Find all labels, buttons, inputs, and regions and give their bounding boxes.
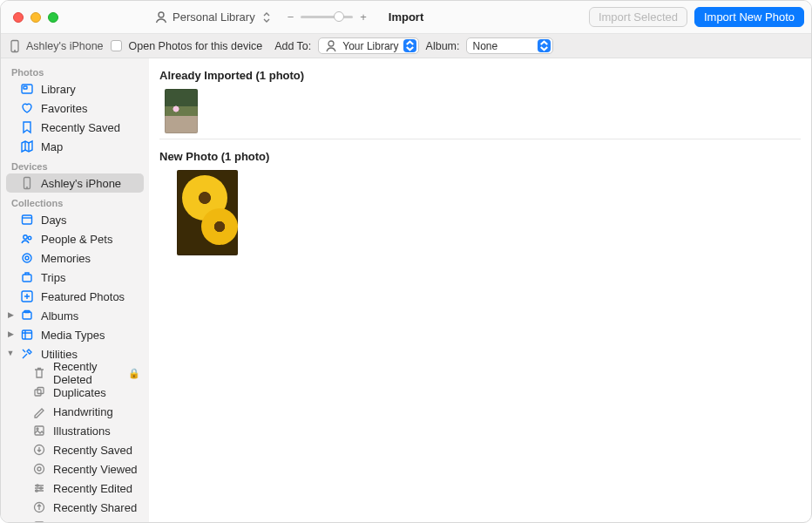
- sidebar-item-albums[interactable]: ▶ Albums: [1, 306, 149, 325]
- svg-point-23: [35, 465, 44, 474]
- sidebar-item-device-iphone[interactable]: Ashley's iPhone: [6, 173, 144, 193]
- chevron-right-icon[interactable]: ▶: [6, 329, 15, 338]
- traffic-lights: [1, 12, 149, 23]
- chevron-right-icon[interactable]: ▶: [6, 310, 15, 319]
- lock-icon: 🔒: [128, 368, 140, 379]
- already-imported-thumbs: [159, 89, 801, 133]
- sidebar-item-label: Map: [41, 140, 63, 153]
- sidebar-item-library[interactable]: Library: [1, 79, 149, 98]
- sparkles-icon: [20, 289, 34, 303]
- sidebar-item-label: Favorites: [41, 102, 87, 115]
- phone-icon: [8, 39, 22, 53]
- sidebar-item-recently-saved[interactable]: Recently Saved: [1, 118, 149, 137]
- window-titlebar: Personal Library − + Import Import Selec…: [1, 1, 811, 34]
- person-icon: [154, 10, 168, 24]
- import-selected-button: Import Selected: [589, 7, 687, 27]
- import-content: Already Imported (1 photo) New Photo (1 …: [149, 58, 811, 522]
- photo-thumbnail[interactable]: [177, 170, 238, 255]
- sidebar-item-label: Library: [41, 83, 76, 96]
- library-picker[interactable]: Personal Library: [149, 9, 279, 26]
- sidebar-item-map[interactable]: Map: [1, 137, 149, 156]
- sidebar-item-label: Ashley's iPhone: [41, 177, 121, 190]
- svg-point-0: [159, 12, 164, 17]
- sidebar-item-label: Days: [41, 214, 67, 227]
- zoom-in-button[interactable]: +: [360, 10, 367, 24]
- open-photos-label: Open Photos for this device: [129, 40, 263, 52]
- map-icon: [20, 139, 34, 153]
- add-to-popup[interactable]: Your Library: [318, 37, 418, 54]
- library-icon: [20, 82, 34, 96]
- thumbnail-zoom: − +: [288, 10, 367, 24]
- sidebar-item-recently-viewed[interactable]: Recently Viewed: [1, 459, 149, 479]
- share-icon: [32, 500, 46, 514]
- sidebar-item-label: People & Pets: [41, 233, 112, 246]
- heart-icon: [20, 101, 34, 115]
- pencil-icon: [32, 404, 46, 418]
- sidebar-item-favorites[interactable]: Favorites: [1, 98, 149, 118]
- sidebar-section-devices: Devices: [1, 156, 149, 173]
- sidebar-item-label: Recently Saved: [41, 121, 120, 134]
- sidebar-item-recently-shared[interactable]: Recently Shared: [1, 498, 149, 517]
- sidebar-item-recently-edited[interactable]: Recently Edited: [1, 479, 149, 498]
- minimize-window-button[interactable]: [30, 12, 41, 23]
- sidebar-item-imports[interactable]: Imports: [1, 517, 149, 522]
- zoom-slider[interactable]: [301, 16, 353, 18]
- duplicates-icon: [32, 385, 46, 399]
- bookmark-icon: [20, 120, 34, 134]
- import-new-button[interactable]: Import New Photo: [694, 7, 804, 27]
- chevron-down-icon[interactable]: ▼: [6, 349, 15, 357]
- memories-icon: [20, 251, 34, 265]
- svg-rect-8: [23, 215, 32, 224]
- album-popup[interactable]: None: [466, 37, 553, 54]
- close-window-button[interactable]: [13, 12, 24, 23]
- sidebar-item-label: Featured Photos: [41, 290, 125, 303]
- sidebar-item-label: Recently Viewed: [53, 463, 138, 476]
- toolbar-right: Import Selected Import New Photo: [589, 7, 811, 27]
- sidebar-item-featured[interactable]: Featured Photos: [1, 287, 149, 306]
- calendar-icon: [20, 213, 34, 227]
- media-icon: [20, 328, 34, 342]
- photo-thumbnail[interactable]: [165, 89, 198, 133]
- svg-point-9: [24, 235, 27, 239]
- updown-icon: [538, 39, 551, 52]
- source-device-label: Ashley's iPhone: [26, 40, 104, 52]
- sidebar-item-duplicates[interactable]: Duplicates: [1, 383, 149, 402]
- sidebar-item-label: Illustrations: [53, 425, 111, 438]
- sidebar-item-label: Albums: [41, 309, 78, 323]
- sidebar-item-label: Imports: [53, 520, 91, 523]
- svg-point-10: [28, 236, 31, 240]
- phone-icon: [20, 176, 34, 190]
- download-icon: [32, 443, 46, 457]
- album-value: None: [472, 40, 497, 52]
- section-divider: [159, 139, 801, 139]
- zoom-slider-knob[interactable]: [334, 11, 344, 22]
- open-photos-checkbox[interactable]: [111, 40, 122, 51]
- sidebar-item-memories[interactable]: Memories: [1, 248, 149, 268]
- illustration-icon: [32, 424, 46, 438]
- sidebar-item-handwriting[interactable]: Handwriting: [1, 402, 149, 421]
- sidebar-item-people-pets[interactable]: People & Pets: [1, 229, 149, 248]
- already-imported-header: Already Imported (1 photo): [159, 65, 801, 89]
- sidebar-item-media-types[interactable]: ▶ Media Types: [1, 325, 149, 344]
- new-photo-header: New Photo (1 photo): [159, 146, 801, 170]
- sidebar-item-recently-saved-util[interactable]: Recently Saved: [1, 440, 149, 459]
- import-options-bar: Ashley's iPhone Open Photos for this dev…: [1, 34, 811, 58]
- svg-point-12: [25, 256, 29, 260]
- sidebar-item-label: Recently Saved: [53, 444, 132, 457]
- sidebar-item-days[interactable]: Days: [1, 210, 149, 229]
- eye-icon: [32, 462, 46, 476]
- sliders-icon: [32, 481, 46, 495]
- sidebar-item-recently-deleted[interactable]: Recently Deleted 🔒: [1, 363, 149, 383]
- svg-point-24: [37, 467, 41, 471]
- svg-rect-5: [24, 86, 27, 89]
- sidebar-section-photos: Photos: [1, 62, 149, 79]
- svg-point-21: [37, 428, 38, 430]
- svg-rect-20: [35, 426, 44, 435]
- zoom-out-button[interactable]: −: [288, 10, 294, 24]
- sidebar: Photos Library Favorites Recently Saved …: [1, 58, 149, 522]
- zoom-window-button[interactable]: [48, 12, 58, 23]
- sidebar-item-illustrations[interactable]: Illustrations: [1, 421, 149, 440]
- album-label: Album:: [426, 40, 460, 52]
- person-icon: [324, 39, 338, 53]
- sidebar-item-trips[interactable]: Trips: [1, 268, 149, 287]
